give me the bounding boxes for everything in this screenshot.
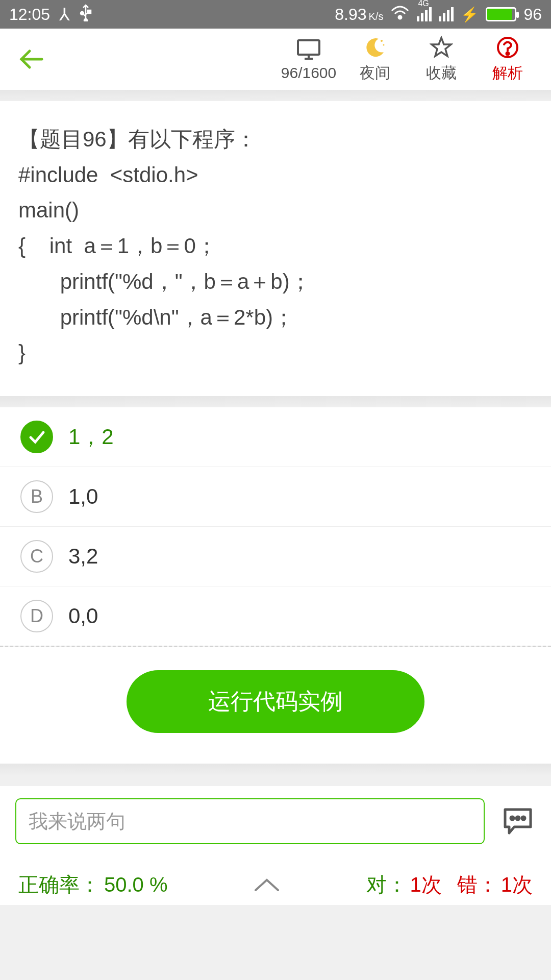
option-a[interactable]: 1，2 <box>0 407 551 467</box>
status-bar: 12:05 ⅄ 8.93 K/s 4G <box>0 0 551 29</box>
favorite-label: 收藏 <box>426 63 457 84</box>
status-left: 12:05 ⅄ <box>9 3 92 26</box>
svg-point-17 <box>516 817 519 820</box>
favorite-button[interactable]: 收藏 <box>408 35 474 84</box>
option-letter: C <box>20 540 53 573</box>
code-line: printf("%d，"，b＝a＋b)； <box>18 264 533 300</box>
code-line: main() <box>18 192 533 228</box>
star-icon <box>430 35 453 60</box>
option-text: 1,0 <box>68 484 98 509</box>
svg-point-15 <box>507 52 509 55</box>
analysis-label: 解析 <box>492 63 523 84</box>
signal-4g-icon: 4G <box>417 7 432 21</box>
status-time: 12:05 <box>9 5 50 24</box>
option-text: 0,0 <box>68 604 98 628</box>
wifi-icon <box>390 5 410 24</box>
run-section: 运行代码实例 <box>0 647 551 764</box>
comment-placeholder: 我来说两句 <box>29 808 126 835</box>
night-label: 夜间 <box>360 63 390 84</box>
svg-rect-8 <box>298 40 319 55</box>
svg-point-18 <box>522 817 525 820</box>
app-header: 96/1600 夜间 收藏 解析 <box>0 29 551 90</box>
progress-button[interactable]: 96/1600 <box>276 37 342 82</box>
code-line: printf("%d\n"，a＝2*b)； <box>18 300 533 335</box>
analysis-button[interactable]: 解析 <box>474 35 541 84</box>
option-d[interactable]: D 0,0 <box>0 586 551 646</box>
svg-point-12 <box>383 44 385 45</box>
comment-input[interactable]: 我来说两句 <box>15 798 485 844</box>
divider <box>0 396 551 407</box>
code-line: } <box>18 335 533 371</box>
progress-label: 96/1600 <box>281 64 336 82</box>
moon-icon <box>363 35 387 60</box>
option-b[interactable]: B 1,0 <box>0 467 551 527</box>
battery-text: 96 <box>523 5 542 24</box>
svg-point-16 <box>511 817 514 820</box>
svg-point-6 <box>398 16 402 19</box>
correct-value: 1次 <box>410 871 442 899</box>
comments-button[interactable] <box>500 803 536 839</box>
svg-point-1 <box>84 19 87 21</box>
wrong-label: 错： <box>457 871 498 899</box>
svg-point-11 <box>381 40 383 42</box>
battery-icon <box>486 7 516 21</box>
question-title: 【题目96】有以下程序： <box>18 121 533 157</box>
chevron-up-icon <box>168 877 366 893</box>
run-code-button[interactable]: 运行代码实例 <box>127 670 424 733</box>
monitor-icon <box>296 37 321 61</box>
night-mode-button[interactable]: 夜间 <box>342 35 408 84</box>
divider <box>0 90 551 101</box>
check-icon <box>20 421 53 453</box>
code-line: { int a＝1，b＝0； <box>18 228 533 264</box>
correct-label: 对： <box>366 871 407 899</box>
question-card: 【题目96】有以下程序： #include <stdio.h> main() {… <box>0 101 551 396</box>
option-text: 3,2 <box>68 544 98 569</box>
svg-marker-13 <box>432 38 451 56</box>
status-right: 8.93 K/s 4G ⚡ 96 <box>335 5 542 24</box>
code-line: #include <stdio.h> <box>18 157 533 193</box>
signal-icon <box>439 7 454 21</box>
option-letter: D <box>20 600 53 632</box>
divider <box>0 764 551 775</box>
option-letter: B <box>20 480 53 513</box>
stats-bar[interactable]: 正确率： 50.0 % 对： 1次 错： 1次 <box>0 856 551 905</box>
back-button[interactable] <box>15 44 46 75</box>
accuracy-label: 正确率： <box>18 871 100 899</box>
options-list: 1，2 B 1,0 C 3,2 D 0,0 <box>0 407 551 646</box>
network-speed: 8.93 K/s <box>335 5 383 24</box>
wrong-value: 1次 <box>501 871 533 899</box>
option-text: 1，2 <box>68 423 114 451</box>
hotspot-icon: ⅄ <box>59 4 70 24</box>
charging-icon: ⚡ <box>461 6 479 23</box>
option-c[interactable]: C 3,2 <box>0 527 551 586</box>
question-circle-icon <box>496 35 519 60</box>
accuracy-value: 50.0 % <box>104 873 168 896</box>
comment-bar: 我来说两句 <box>0 786 551 856</box>
usb-icon <box>79 3 92 26</box>
